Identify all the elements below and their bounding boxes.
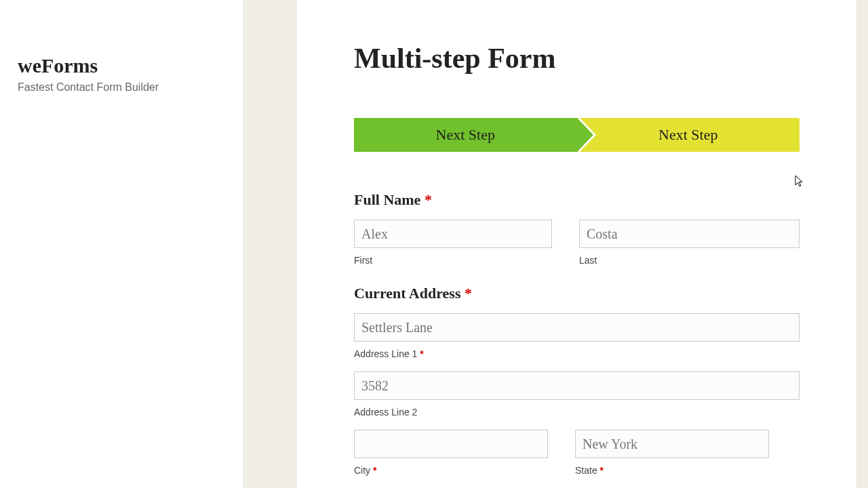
address-line1-input[interactable] [354,313,800,342]
address-label: Current Address * [354,285,800,302]
first-name-input[interactable] [354,220,552,248]
address-group: Current Address * Address Line 1 * Addre… [354,285,800,476]
address-line1-sublabel: Address Line 1 * [354,348,800,359]
step-2-label: Next Step [658,126,717,144]
state-sublabel-text: State [575,465,597,476]
city-sublabel-text: City [354,465,370,476]
state-input[interactable] [575,430,769,458]
last-name-input[interactable] [579,220,800,248]
required-mark: * [465,285,472,302]
address-line2-sublabel: Address Line 2 [354,407,800,418]
page-title: Multi-step Form [354,42,800,75]
required-mark: * [373,465,376,476]
layout-divider [243,0,297,488]
first-name-sublabel: First [354,255,552,266]
site-tagline: Fastest Contact Form Builder [18,81,243,94]
address-line1-sublabel-text: Address Line 1 [354,348,417,359]
step-1-label: Next Step [436,126,495,144]
step-2[interactable]: Next Step [577,118,800,152]
step-1[interactable]: Next Step [354,118,577,152]
step-progress: Next Step Next Step [354,118,800,152]
full-name-label: Full Name * [354,191,800,209]
city-input[interactable] [354,430,548,458]
full-name-label-text: Full Name [354,191,420,208]
right-gutter [857,0,868,488]
address-label-text: Current Address [354,285,460,302]
full-name-group: Full Name * First Last [354,191,800,266]
city-sublabel: City * [354,465,548,476]
required-mark: * [420,348,423,359]
required-mark: * [425,191,432,208]
required-mark: * [600,465,604,476]
state-sublabel: State * [575,465,769,476]
last-name-sublabel: Last [579,255,800,266]
site-title[interactable]: weForms [18,54,243,77]
main-content: Multi-step Form Next Step Next Step Full… [297,0,857,488]
cursor-icon [795,175,804,188]
sidebar: weForms Fastest Contact Form Builder [0,0,243,488]
address-line2-input[interactable] [354,371,800,400]
